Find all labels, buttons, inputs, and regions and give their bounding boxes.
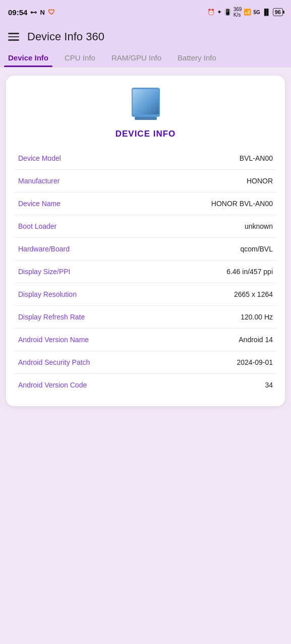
row-value: 120.00 Hz: [132, 306, 277, 329]
row-value: HONOR: [132, 170, 277, 192]
table-row: Android Security Patch2024-09-01: [14, 351, 277, 374]
row-value: BVL-AN00: [132, 147, 277, 170]
row-value: unknown: [132, 215, 277, 238]
table-row: Display Resolution2665 x 1264: [14, 283, 277, 306]
row-value: 34: [132, 374, 277, 397]
row-label: Hardware/Board: [14, 238, 132, 261]
table-row: Android Version Code34: [14, 374, 277, 397]
table-row: Hardware/Boardqcom/BVL: [14, 238, 277, 261]
row-label: Android Version Code: [14, 374, 132, 397]
tab-ram-gpu-info[interactable]: RAM/GPU Info: [103, 47, 169, 67]
wifi-icon: 📶: [244, 9, 251, 16]
row-label: Manufacturer: [14, 170, 132, 192]
tab-cpu-info[interactable]: CPU Info: [56, 47, 103, 67]
status-left: 09:54 ⊷ N 🛡: [8, 8, 55, 17]
svg-rect-3: [135, 117, 157, 120]
row-label: Display Resolution: [14, 283, 132, 306]
row-label: Device Model: [14, 147, 132, 170]
network-5g-icon: 5G: [253, 10, 260, 15]
info-card: DEVICE INFO Device ModelBVL-AN00Manufact…: [6, 76, 285, 406]
table-row: ManufacturerHONOR: [14, 170, 277, 192]
battery-level: 96: [275, 9, 281, 15]
status-right: ⏰ ✦ 📳 369K/s 📶 5G ▐▌ 96: [207, 7, 283, 18]
row-value: 6.46 in/457 ppi: [132, 261, 277, 283]
row-value: 2024-09-01: [132, 351, 277, 374]
status-bar: 09:54 ⊷ N 🛡 ⏰ ✦ 📳 369K/s 📶 5G ▐▌ 96: [0, 0, 291, 24]
app-title: Device Info 360: [27, 30, 104, 43]
table-row: Display Size/PPI6.46 in/457 ppi: [14, 261, 277, 283]
time-display: 09:54: [8, 8, 27, 17]
shield-icon: 🛡: [48, 8, 55, 16]
nfc-icon: N: [40, 9, 44, 16]
table-row: Boot Loaderunknown: [14, 215, 277, 238]
row-label: Display Refresh Rate: [14, 306, 132, 329]
menu-button[interactable]: [8, 33, 19, 41]
row-value: 2665 x 1264: [132, 283, 277, 306]
tab-bar: Device Info CPU Info RAM/GPU Info Batter…: [0, 47, 291, 68]
row-label: Device Name: [14, 192, 132, 215]
row-label: Boot Loader: [14, 215, 132, 238]
bluetooth-icon: ✦: [217, 9, 222, 16]
row-label: Display Size/PPI: [14, 261, 132, 283]
table-row: Android Version NameAndroid 14: [14, 329, 277, 351]
vibrate-icon: 📳: [224, 9, 231, 16]
tab-battery-info[interactable]: Battery Info: [169, 47, 224, 67]
svg-rect-2: [133, 89, 159, 114]
section-title: DEVICE INFO: [14, 129, 277, 139]
info-table: Device ModelBVL-AN00ManufacturerHONORDev…: [14, 147, 277, 396]
main-content: DEVICE INFO Device ModelBVL-AN00Manufact…: [0, 68, 291, 414]
row-value: Android 14: [132, 329, 277, 351]
battery-indicator: 96: [273, 8, 283, 16]
row-label: Android Security Patch: [14, 351, 132, 374]
table-row: Display Refresh Rate120.00 Hz: [14, 306, 277, 329]
key-icon: ⊷: [30, 9, 37, 16]
speed-icon: 369K/s: [234, 7, 242, 18]
tab-device-info[interactable]: Device Info: [0, 47, 56, 67]
device-icon-wrapper: [14, 86, 277, 122]
row-value: qcom/BVL: [132, 238, 277, 261]
device-tablet-icon: [128, 86, 164, 122]
table-row: Device ModelBVL-AN00: [14, 147, 277, 170]
app-bar: Device Info 360: [0, 24, 291, 47]
row-label: Android Version Name: [14, 329, 132, 351]
row-value: HONOR BVL-AN00: [132, 192, 277, 215]
table-row: Device NameHONOR BVL-AN00: [14, 192, 277, 215]
alarm-icon: ⏰: [207, 9, 215, 16]
signal-icon: ▐▌: [262, 9, 271, 16]
